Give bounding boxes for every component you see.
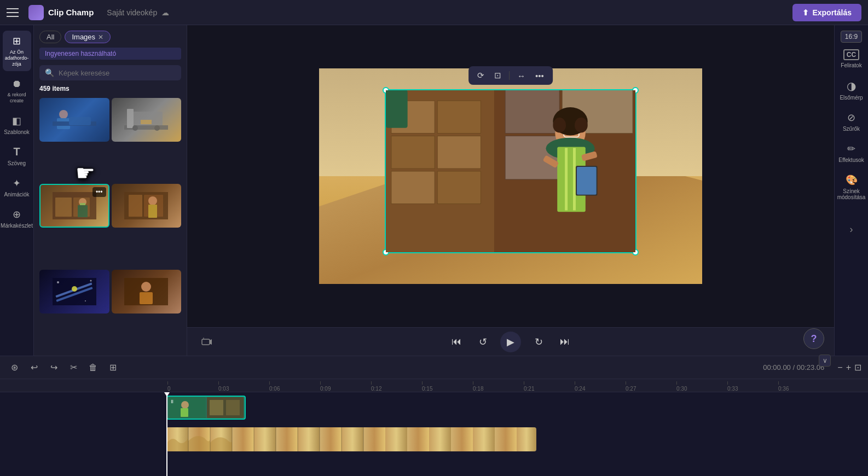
redo-button[interactable]: ↪	[46, 360, 61, 375]
sidebar-label-animations: Animációk	[4, 191, 29, 198]
image-card-6[interactable]	[112, 270, 182, 314]
captions-icon: CC	[843, 49, 859, 60]
svg-point-29	[141, 282, 151, 292]
add-media-button[interactable]: ⊞	[105, 360, 120, 375]
crop-button[interactable]: ⊡	[492, 69, 504, 82]
svg-point-7	[132, 125, 138, 131]
color-panel[interactable]: ◑ Elsőmérp	[837, 75, 866, 105]
timeline-area: ⊛ ↩ ↪ ✂ 🗑 ⊞ 00:00.00 / 00:23.06 − + ⊡ 0 …	[0, 356, 868, 476]
ruler-mark-33: 0:33	[726, 381, 777, 392]
svg-rect-77	[342, 427, 363, 451]
forward-button[interactable]: ↻	[530, 333, 547, 351]
captions-panel[interactable]: CC Feliratok	[837, 45, 866, 73]
image-clip[interactable]: ⏸	[166, 396, 246, 420]
help-button[interactable]: ?	[803, 328, 824, 349]
skip-end-button[interactable]: ⏭	[556, 333, 574, 351]
svg-rect-38	[437, 136, 481, 169]
aspect-ratio-button[interactable]: 16:9	[841, 31, 862, 43]
filters-panel[interactable]: ⊘ Szűrők	[837, 107, 866, 136]
image-track-label	[0, 392, 164, 423]
filters-icon: ⊘	[847, 112, 855, 124]
text-icon: T	[11, 146, 23, 158]
video-clip[interactable]	[166, 427, 536, 451]
sidebar-item-animations[interactable]: ✦ Animációk	[3, 173, 31, 202]
sidebar-item-media[interactable]: ⊞ Az Ön adat­hor­do­zója	[3, 31, 31, 71]
skip-start-button[interactable]: ⏮	[448, 333, 465, 351]
svg-rect-36	[391, 171, 435, 204]
svg-rect-17	[129, 195, 142, 217]
svg-rect-30	[140, 292, 153, 304]
svg-rect-40	[505, 90, 559, 133]
flip-button[interactable]: ↔	[515, 70, 528, 82]
zoom-in-button[interactable]: +	[846, 363, 851, 373]
cut-button[interactable]: ✂	[66, 360, 81, 375]
svg-point-27	[85, 300, 86, 301]
sidebar-item-templates[interactable]: ◧ Szablonok	[3, 111, 31, 140]
brand-icon: ⊕	[11, 208, 23, 220]
templates-icon: ◧	[11, 115, 23, 127]
svg-rect-20	[148, 205, 157, 218]
zoom-fit-button[interactable]: ⊡	[854, 362, 861, 373]
menu-icon[interactable]	[7, 4, 23, 21]
expand-icon[interactable]: ›	[850, 224, 853, 235]
sidebar-label-record: & rekord create	[5, 92, 29, 104]
image-card-5[interactable]	[39, 270, 109, 314]
image-card-2[interactable]	[112, 98, 182, 142]
app-logo-icon	[28, 5, 44, 20]
svg-rect-85	[517, 427, 536, 451]
topbar: Clip Champ Saját videokép ☁ ⬆ Exportálás	[0, 0, 868, 25]
svg-point-57	[575, 118, 588, 133]
playhead[interactable]	[166, 392, 167, 476]
svg-point-0	[59, 110, 68, 119]
toolbar-divider	[509, 71, 510, 80]
image-more-button[interactable]: •••	[92, 187, 106, 197]
magnet-tool-button[interactable]: ⊛	[7, 360, 22, 375]
svg-point-26	[90, 280, 91, 281]
ruler-mark-30: 0:30	[675, 381, 726, 392]
ruler-mark-3: 0:03	[217, 381, 268, 392]
ruler-mark-12: 0:12	[370, 381, 421, 392]
export-button[interactable]: ⬆ Exportálás	[792, 4, 861, 21]
more-options-button[interactable]: •••	[533, 70, 546, 82]
image-grid: ••• Hozzáadás az ütemtervhez	[34, 96, 187, 356]
color-grade-panel[interactable]: 🎨 Színek módosítása	[837, 170, 866, 205]
ruler-mark-0: 0	[166, 381, 217, 392]
captions-label: Feliratok	[841, 62, 861, 68]
svg-point-19	[148, 196, 157, 205]
rotate-button[interactable]: ⟳	[475, 69, 487, 82]
svg-rect-15	[80, 203, 85, 205]
play-button[interactable]: ▶	[500, 332, 521, 352]
search-input[interactable]	[59, 69, 176, 77]
svg-rect-11	[55, 198, 72, 217]
pause-icon: ⏸	[170, 399, 175, 404]
app-title: Clip Champ	[48, 8, 94, 17]
sidebar-item-text[interactable]: T Szöveg	[3, 142, 31, 171]
timeline-ruler: 0 0:03 0:06 0:09 0:12 0:15 0:18 0:21 0:2…	[0, 379, 868, 392]
svg-rect-48	[565, 148, 568, 210]
image-card-1[interactable]	[39, 98, 109, 142]
image-card-4[interactable]	[112, 184, 182, 228]
tab-close-icon[interactable]: ✕	[98, 33, 103, 41]
overlay-clip[interactable]: ⟳ ⊡ ↔ •••	[385, 89, 636, 253]
svg-point-25	[57, 281, 59, 283]
image-card-3[interactable]: ••• Hozzáadás az ütemtervhez	[39, 184, 109, 228]
sidebar-item-brand[interactable]: ⊕ Márkakészlet	[3, 204, 31, 233]
svg-rect-37	[437, 101, 481, 133]
camera-toggle-button[interactable]	[198, 333, 216, 351]
delete-button[interactable]: 🗑	[85, 360, 101, 375]
search-bar[interactable]: 🔍	[39, 65, 181, 80]
sidebar-label-brand: Márkakészlet	[1, 223, 33, 229]
clip-content	[386, 90, 635, 252]
tab-images[interactable]: Images ✕	[65, 31, 111, 43]
sidebar-item-record[interactable]: ⏺ & rekord create	[3, 73, 31, 108]
undo-button[interactable]: ↩	[26, 360, 42, 375]
home-icon: ⊞	[11, 35, 23, 47]
tab-all[interactable]: All	[39, 31, 61, 43]
zoom-out-button[interactable]: −	[837, 363, 842, 373]
svg-rect-58	[202, 339, 210, 345]
effects-panel[interactable]: ✏ Effektusok	[837, 138, 866, 167]
svg-rect-76	[320, 427, 342, 451]
rewind-button[interactable]: ↺	[474, 333, 491, 351]
ruler-marks: 0 0:03 0:06 0:09 0:12 0:15 0:18 0:21 0:2…	[166, 379, 828, 392]
scroll-down-indicator[interactable]: ∨	[819, 355, 831, 367]
